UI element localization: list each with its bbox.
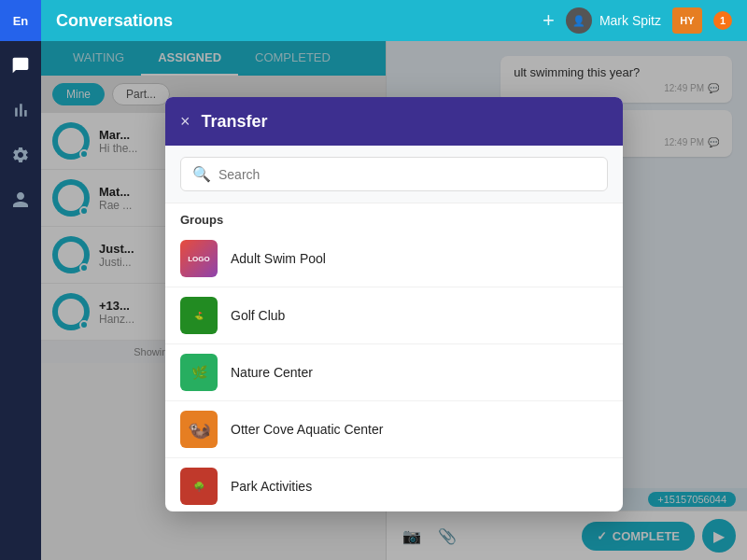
user-name: Mark Spitz (599, 13, 661, 28)
sidebar: En (0, 0, 41, 560)
group-logo-park-activities: 🌳 (180, 468, 218, 505)
user-menu[interactable]: 👤 Mark Spitz (566, 7, 661, 34)
sidebar-item-chart[interactable] (0, 90, 41, 131)
group-logo-nature: 🌿 (180, 354, 218, 391)
app-logo: En (0, 0, 41, 41)
group-name: Nature Center (231, 365, 313, 380)
group-item-nature[interactable]: 🌿 Nature Center (165, 344, 623, 401)
modal-body: Groups LOGO Adult Swim Pool ⛳ Golf Club (165, 203, 623, 511)
group-name: Otter Cove Aquatic Center (231, 422, 383, 437)
header-title: Conversations (56, 11, 531, 31)
notification-badge[interactable]: HY (672, 7, 702, 34)
user-avatar: 👤 (566, 7, 592, 34)
main-content: Conversations + 👤 Mark Spitz HY 1 WAITIN… (41, 0, 747, 560)
modal-header: × Transfer (165, 97, 623, 146)
top-header: Conversations + 👤 Mark Spitz HY 1 (41, 0, 747, 41)
group-name: Adult Swim Pool (231, 251, 326, 266)
modal-search-area: 🔍 (165, 146, 623, 203)
section-label: Groups (165, 203, 623, 231)
content-area: WAITING ASSIGNED COMPLETED Mine Part... (41, 41, 747, 560)
group-logo-golf: ⛳ (180, 297, 218, 334)
transfer-modal: × Transfer 🔍 Groups LOGO (165, 97, 623, 511)
search-wrap: 🔍 (180, 157, 608, 191)
group-logo-otter: 🦦 (180, 411, 218, 448)
modal-title: Transfer (202, 112, 268, 132)
count-badge: 1 (713, 11, 732, 30)
modal-overlay: × Transfer 🔍 Groups LOGO (41, 41, 747, 560)
sidebar-item-chat[interactable] (0, 45, 41, 86)
close-button[interactable]: × (180, 112, 190, 132)
group-item-adult-swim[interactable]: LOGO Adult Swim Pool (165, 231, 623, 287)
group-logo-adult-swim: LOGO (180, 240, 218, 277)
sidebar-item-user[interactable] (0, 179, 41, 220)
sidebar-item-gear[interactable] (0, 134, 41, 175)
group-item-park-activities[interactable]: 🌳 Park Activities (165, 458, 623, 511)
search-input[interactable] (218, 167, 596, 182)
group-item-otter[interactable]: 🦦 Otter Cove Aquatic Center (165, 401, 623, 458)
group-item-golf[interactable]: ⛳ Golf Club (165, 287, 623, 344)
search-icon: 🔍 (192, 165, 211, 183)
group-name: Park Activities (231, 479, 312, 494)
add-button[interactable]: + (543, 8, 555, 33)
group-name: Golf Club (231, 308, 285, 323)
